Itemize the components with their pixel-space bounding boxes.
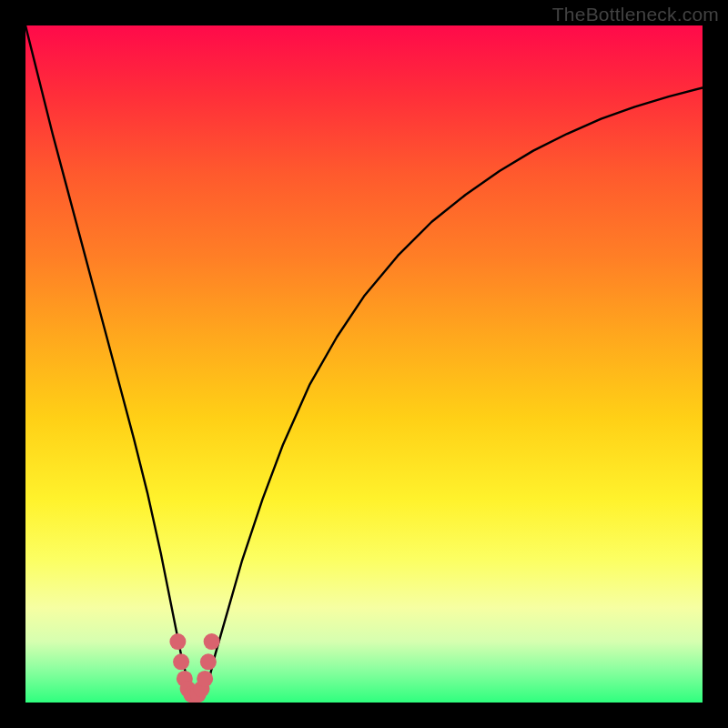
bottleneck-curve	[25, 25, 703, 696]
marker-dot	[204, 633, 220, 650]
marker-dot	[197, 671, 213, 687]
marker-dot	[169, 633, 186, 650]
chart-frame: TheBottleneck.com	[0, 0, 728, 728]
curve-layer	[25, 25, 703, 703]
marker-dot	[200, 653, 217, 670]
watermark-text: TheBottleneck.com	[552, 4, 719, 25]
plot-area	[25, 25, 703, 703]
bottleneck-region-markers	[169, 633, 219, 703]
marker-dot	[173, 653, 189, 670]
